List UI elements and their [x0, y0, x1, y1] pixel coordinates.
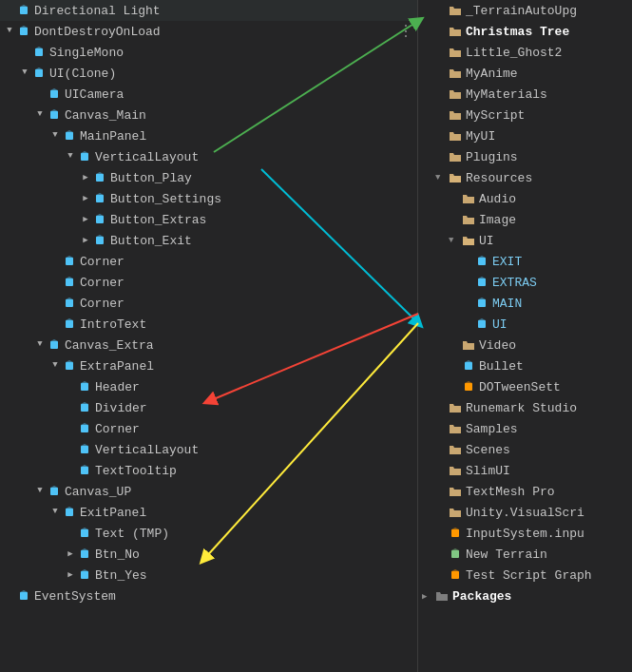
- svg-rect-107: [478, 320, 486, 324]
- hierarchy-item-text-tooltip[interactable]: TextTooltip: [0, 460, 417, 481]
- hierarchy-item-button-extras[interactable]: Button_Extras: [0, 209, 417, 230]
- project-item-video[interactable]: Video: [418, 335, 632, 355]
- tree-arrow[interactable]: [65, 381, 76, 393]
- project-item-scenes[interactable]: Scenes: [418, 439, 632, 460]
- tree-arrow[interactable]: [19, 67, 30, 79]
- project-item-unity-visual-scri[interactable]: Unity.VisualScri: [418, 502, 632, 523]
- hierarchy-item-canvas-up[interactable]: Canvas_UP: [0, 481, 417, 502]
- tree-arrow[interactable]: [65, 402, 76, 413]
- tree-arrow[interactable]: [34, 339, 46, 351]
- tree-arrow[interactable]: [49, 277, 61, 288]
- hierarchy-item-canvas-extra[interactable]: Canvas_Extra: [0, 335, 417, 355]
- tree-arrow[interactable]: [34, 109, 46, 121]
- project-item-my-materials[interactable]: MyMaterials: [418, 84, 632, 105]
- tree-arrow[interactable]: [65, 528, 76, 539]
- hierarchy-item-btn-yes[interactable]: Btn_Yes: [0, 565, 417, 586]
- tree-arrow[interactable]: [80, 193, 91, 204]
- project-item-main[interactable]: MAIN: [418, 293, 632, 314]
- svg-rect-119: [451, 550, 459, 554]
- cube-icon: [48, 108, 61, 122]
- hierarchy-item-button-settings[interactable]: Button_Settings: [0, 188, 417, 209]
- project-item-extras[interactable]: EXTRAS: [418, 272, 632, 293]
- project-item-packages[interactable]: ▶ Packages: [418, 586, 632, 606]
- project-item-input-system[interactable]: InputSystem.inpu: [418, 523, 632, 544]
- project-item-bullet[interactable]: Bullet: [418, 355, 632, 376]
- hierarchy-item-corner4[interactable]: Corner: [0, 418, 417, 439]
- hierarchy-item-vertical-layout2[interactable]: VerticalLayout: [0, 439, 417, 460]
- project-item-plugins[interactable]: Plugins: [418, 146, 632, 167]
- project-item-resources[interactable]: ▼ Resources: [418, 167, 632, 188]
- cube-icon: [78, 547, 91, 561]
- project-item-terrain-auto-upg[interactable]: _TerrainAutoUpg: [418, 0, 632, 21]
- tree-arrow[interactable]: [49, 298, 61, 309]
- hierarchy-item-exit-panel[interactable]: ExitPanel: [0, 502, 417, 523]
- item-label: MyScript: [466, 108, 525, 123]
- item-icon: [449, 150, 462, 163]
- hierarchy-item-corner1[interactable]: Corner: [0, 251, 417, 272]
- project-item-new-terrain[interactable]: New Terrain: [418, 544, 632, 565]
- tree-arrow[interactable]: [65, 444, 76, 455]
- tree-arrow[interactable]: [49, 507, 61, 518]
- project-item-textmesh-pro[interactable]: TextMesh Pro: [418, 481, 632, 502]
- project-item-test-script-graph[interactable]: Test Script Graph: [418, 565, 632, 586]
- tree-arrow[interactable]: [34, 88, 46, 100]
- item-label: SlimUI: [466, 464, 510, 478]
- tree-arrow[interactable]: [49, 130, 61, 142]
- hierarchy-item-canvas-main[interactable]: Canvas_Main: [0, 105, 417, 125]
- hierarchy-item-ui-clone[interactable]: UI(Clone): [0, 63, 417, 84]
- tree-arrow[interactable]: [4, 5, 15, 16]
- hierarchy-item-btn-no[interactable]: Btn_No: [0, 544, 417, 565]
- tree-arrow[interactable]: [4, 590, 15, 602]
- project-item-slim-ui[interactable]: SlimUI: [418, 460, 632, 481]
- hierarchy-item-intro-text[interactable]: IntroText: [0, 314, 417, 335]
- tree-arrow[interactable]: [80, 235, 91, 246]
- project-item-christmas-tree[interactable]: Christmas Tree: [418, 21, 632, 42]
- project-item-little-ghost2[interactable]: Little_Ghost2: [418, 42, 632, 63]
- hierarchy-item-main-panel[interactable]: MainPanel: [0, 125, 417, 146]
- tree-arrow[interactable]: [49, 256, 61, 267]
- hierarchy-item-event-system[interactable]: EventSystem: [0, 586, 417, 606]
- hierarchy-item-vertical-layout[interactable]: VerticalLayout: [0, 146, 417, 167]
- project-item-ui2[interactable]: UI: [418, 314, 632, 335]
- tree-arrow[interactable]: [80, 214, 91, 225]
- svg-marker-83: [81, 569, 88, 571]
- hierarchy-item-dont-destroy[interactable]: DontDestroyOnLoad⋮: [0, 21, 417, 42]
- item-label: Btn_Yes: [95, 568, 147, 583]
- project-item-audio[interactable]: Audio: [418, 188, 632, 209]
- item-icon: [462, 192, 475, 205]
- tree-arrow[interactable]: [19, 47, 30, 58]
- hierarchy-item-directional-light[interactable]: Directional Light: [0, 0, 417, 21]
- tree-arrow[interactable]: [65, 569, 76, 581]
- project-item-ui[interactable]: ▼ UI: [418, 230, 632, 251]
- tree-arrow[interactable]: [65, 548, 76, 560]
- hierarchy-item-text-tmp[interactable]: Text (TMP): [0, 523, 417, 544]
- svg-rect-95: [450, 176, 461, 182]
- project-item-my-script[interactable]: MyScript: [418, 105, 632, 125]
- tree-arrow[interactable]: [65, 423, 76, 434]
- tree-arrow[interactable]: [4, 26, 15, 37]
- project-item-exit[interactable]: EXIT: [418, 251, 632, 272]
- hierarchy-item-extra-panel[interactable]: ExtraPanel: [0, 355, 417, 376]
- context-menu-button[interactable]: ⋮: [398, 22, 413, 41]
- project-item-image[interactable]: Image: [418, 209, 632, 230]
- project-item-runemark-studio[interactable]: Runemark Studio: [418, 397, 632, 418]
- tree-arrow[interactable]: [49, 318, 61, 330]
- tree-arrow[interactable]: [65, 465, 76, 476]
- hierarchy-item-corner3[interactable]: Corner: [0, 293, 417, 314]
- project-item-dotween-sett[interactable]: DOTweenSett: [418, 376, 632, 397]
- hierarchy-item-single-mono[interactable]: SingleMono: [0, 42, 417, 63]
- hierarchy-item-header[interactable]: Header: [0, 376, 417, 397]
- tree-arrow[interactable]: [34, 486, 46, 497]
- project-item-my-anime[interactable]: MyAnime: [418, 63, 632, 84]
- hierarchy-item-corner2[interactable]: Corner: [0, 272, 417, 293]
- tree-arrow[interactable]: [65, 151, 76, 163]
- project-item-my-ui[interactable]: MyUI: [418, 125, 632, 146]
- hierarchy-item-button-play[interactable]: Button_Play: [0, 167, 417, 188]
- svg-marker-68: [81, 465, 88, 467]
- tree-arrow[interactable]: [49, 360, 61, 372]
- hierarchy-item-ui-camera[interactable]: UICamera: [0, 84, 417, 105]
- hierarchy-item-button-exit[interactable]: Button_Exit: [0, 230, 417, 251]
- tree-arrow[interactable]: [80, 172, 91, 183]
- hierarchy-item-divider[interactable]: Divider: [0, 397, 417, 418]
- project-item-samples[interactable]: Samples: [418, 418, 632, 439]
